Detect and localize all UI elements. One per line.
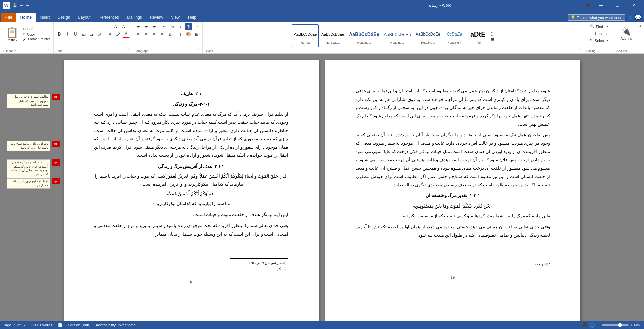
style-title[interactable]: aDtE Title (467, 24, 489, 47)
page19-number: 19 (356, 274, 550, 281)
tab-layout[interactable]: Layout (74, 13, 94, 22)
page18-arabic2: «فَيُبْلُوَكُمْ أَيُّكُمْ أَحْسَنُ عَمَل… (94, 190, 288, 198)
cut-button[interactable]: ✂ Cut (22, 27, 51, 31)
sort-button[interactable]: ↕ (177, 23, 184, 30)
quick-access-redo[interactable]: ↪ (26, 3, 29, 8)
tab-view[interactable]: View (167, 13, 184, 22)
font-group-label: Font (56, 49, 62, 53)
bullets-button[interactable]: ☰ (134, 23, 142, 30)
styles-expand-button[interactable]: ⌒ (578, 48, 582, 53)
zoom-in-button[interactable]: + (630, 322, 633, 328)
find-dropdown-arrow[interactable]: ▼ (606, 25, 608, 28)
page19-para3: «این ماییم که مرگ را بین شما مقدر کردهای… (356, 212, 550, 220)
style-heading4-preview: CcDdEe (447, 27, 462, 41)
strikethrough-button[interactable]: ab (80, 31, 87, 38)
select-dropdown-arrow[interactable]: ▼ (606, 39, 608, 42)
page19-para1: شود، معلوم شود کدامتان از دیگران بهتر عم… (356, 87, 550, 128)
style-heading3[interactable]: AaBbCcDdEe Heading 3 (414, 24, 442, 47)
styles-scroll-buttons[interactable]: ▲ ▼ ⬛ (490, 30, 495, 41)
tell-me-bar[interactable]: 💡 Tell me what you want to do (568, 14, 625, 21)
ribbon-collapse-button[interactable]: ▲ (638, 23, 643, 28)
tab-insert[interactable]: Insert (36, 13, 54, 22)
comment-1: fp تعالیف ابتهوری دانه باد مثل مفهوم شنا… (7, 94, 60, 108)
ribbon-display-options[interactable]: ⬛ (586, 0, 590, 11)
web-layout-view-button[interactable]: 🌐 (589, 322, 595, 328)
underline-button[interactable]: U (72, 31, 79, 38)
page-info: Page 25 of 97 (3, 323, 26, 327)
addins-button[interactable]: 🔌 Add-ins (618, 23, 635, 44)
share-icon[interactable]: 👤 (628, 15, 633, 20)
replace-button[interactable]: ↔ Replace (587, 30, 611, 37)
font-expand-icon[interactable]: ⌒ (126, 48, 130, 53)
style-heading2[interactable]: AaBbCcDdEe Heading 2 (382, 24, 413, 47)
format-painter-button[interactable]: 🖌 Format Painter (22, 37, 51, 41)
style-normal[interactable]: AaBbCcDdEe Normal (292, 24, 319, 47)
tab-references[interactable]: References (94, 13, 123, 22)
justify-button[interactable]: ≡ (158, 31, 166, 38)
multilevel-list-button[interactable]: ☰ (150, 23, 158, 30)
zoom-out-button[interactable]: − (598, 322, 600, 328)
paragraph-row1: ☰ ☰ ☰ ⇤ ⇥ ↕ ¶ ↔ (134, 23, 200, 30)
rtl-ltr-button[interactable]: ↔ (193, 23, 200, 30)
column-button[interactable]: ⧉ (166, 31, 174, 38)
text-highlight-button[interactable]: 🖊 (114, 31, 122, 38)
style-heading1[interactable]: AaBbCcDdEe Heading 1 (347, 24, 381, 47)
show-hide-button[interactable]: ¶ (185, 23, 192, 30)
find-button[interactable]: 🔍 Find ▼ (587, 23, 611, 30)
borders-button[interactable]: ⊞ (193, 31, 200, 38)
increase-indent-button[interactable]: ⇥ (169, 23, 176, 30)
accessibility-info[interactable]: Accessibility: Investigate (96, 323, 136, 327)
tab-help[interactable]: Help (184, 13, 200, 22)
copy-button[interactable]: ⧉ Copy (22, 32, 51, 37)
style-heading4[interactable]: CcDdEe Heading 4 (443, 24, 466, 47)
zoom-thumb[interactable] (618, 323, 622, 327)
clipboard-expand-icon[interactable]: ⌒ (47, 48, 51, 53)
paste-button[interactable]: 📋 Paste ▼ (3, 23, 21, 45)
styles-scroll-down-icon[interactable]: ▼ (491, 35, 494, 37)
print-layout-view-button[interactable]: ⬛ (582, 322, 587, 328)
text-effects-button[interactable]: A (106, 31, 114, 38)
quick-access-undo[interactable]: ↩ (20, 3, 23, 8)
numbering-button[interactable]: ☰ (142, 23, 150, 30)
line-spacing-button[interactable]: ↕ (177, 31, 184, 38)
minimize-button[interactable]: — (594, 0, 609, 11)
styles-expand-icon[interactable]: ⬛ (491, 38, 494, 41)
shading-button[interactable]: 🎨 (185, 31, 192, 38)
superscript-button[interactable]: x² (96, 31, 103, 38)
italic-button[interactable]: I (64, 31, 71, 38)
clipboard-buttons: 📋 Paste ▼ ✂ Cut ⧉ Copy (3, 23, 51, 45)
font-color-button[interactable]: A (122, 31, 130, 38)
decrease-font-size-button[interactable]: A- (120, 23, 128, 30)
tab-review[interactable]: Review (146, 13, 167, 22)
bold-button[interactable]: B (56, 31, 63, 38)
page18-section-heading: ۲-۱-تعاریف (94, 90, 288, 97)
tab-design[interactable]: Design (54, 13, 74, 22)
cut-icon: ✂ (23, 27, 26, 31)
font-name-input[interactable]: B Nazanin (58, 24, 98, 29)
paste-dropdown-arrow[interactable]: ▼ (16, 39, 18, 41)
style-no-spacing[interactable]: AaBbCcDdEe No Spac... (319, 24, 346, 47)
tab-file[interactable]: File (1, 13, 16, 22)
align-center-button[interactable]: ≡ (142, 31, 150, 38)
increase-font-size-button[interactable]: A+ (113, 23, 120, 30)
decrease-indent-button[interactable]: ⇤ (161, 23, 168, 30)
styles-scroll-up-icon[interactable]: ▲ (491, 31, 494, 34)
subscript-button[interactable]: x₂ (88, 31, 95, 38)
style-heading3-preview: AaBbCcDdEe (416, 27, 440, 41)
quick-access-save[interactable]: 💾 (13, 3, 17, 8)
paste-icon: 📋 (6, 26, 18, 38)
paragraph-expand-icon[interactable]: ⌒ (196, 48, 200, 53)
page19-para4: وقتی خدای تعالی به انسـان هستی می دهد، ه… (356, 223, 550, 240)
tab-mailings[interactable]: Mailings (123, 13, 146, 22)
font-size-input[interactable]: 14 (99, 24, 112, 29)
word-count: 23061 words (31, 323, 52, 327)
align-right-button[interactable]: ≡ (150, 31, 158, 38)
close-button[interactable]: ✕ (626, 0, 641, 11)
align-left-button[interactable]: ≡ (134, 31, 142, 38)
tab-home[interactable]: Home (16, 13, 36, 22)
maximize-button[interactable]: ☐ (610, 0, 625, 11)
zoom-slider[interactable] (602, 324, 629, 326)
font-size-buttons: A+ A- (113, 23, 128, 30)
select-button[interactable]: ⬚ Select ▼ (587, 37, 611, 44)
comments-icon[interactable]: 💬 (635, 14, 641, 21)
